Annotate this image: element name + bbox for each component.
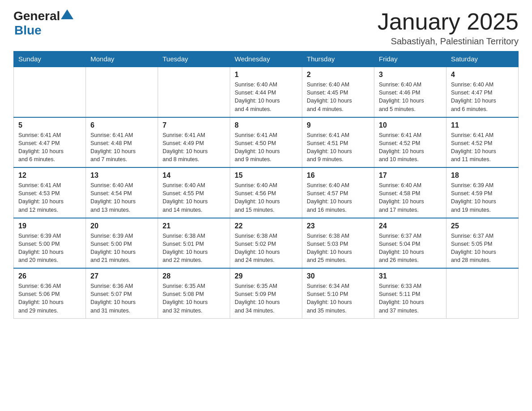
calendar-cell: 17Sunrise: 6:40 AM Sunset: 4:58 PM Dayli… [374, 167, 446, 218]
day-number: 11 [451, 121, 514, 129]
day-info: Sunrise: 6:33 AM Sunset: 5:11 PM Dayligh… [379, 282, 442, 315]
day-info: Sunrise: 6:40 AM Sunset: 4:47 PM Dayligh… [451, 81, 514, 113]
calendar-cell: 26Sunrise: 6:36 AM Sunset: 5:06 PM Dayli… [14, 268, 86, 318]
day-number: 19 [18, 222, 81, 230]
day-info: Sunrise: 6:34 AM Sunset: 5:10 PM Dayligh… [307, 282, 369, 315]
day-number: 12 [18, 171, 81, 180]
calendar-cell [86, 67, 158, 117]
day-info: Sunrise: 6:41 AM Sunset: 4:49 PM Dayligh… [163, 131, 225, 164]
calendar-cell: 4Sunrise: 6:40 AM Sunset: 4:47 PM Daylig… [446, 67, 519, 117]
calendar-table: SundayMondayTuesdayWednesdayThursdayFrid… [13, 51, 519, 319]
day-info: Sunrise: 6:41 AM Sunset: 4:51 PM Dayligh… [307, 131, 369, 164]
day-info: Sunrise: 6:40 AM Sunset: 4:58 PM Dayligh… [379, 181, 442, 214]
calendar-cell: 28Sunrise: 6:35 AM Sunset: 5:08 PM Dayli… [158, 268, 230, 318]
calendar-cell: 8Sunrise: 6:41 AM Sunset: 4:50 PM Daylig… [230, 117, 302, 168]
calendar-cell: 25Sunrise: 6:37 AM Sunset: 5:05 PM Dayli… [446, 218, 519, 269]
day-info: Sunrise: 6:41 AM Sunset: 4:52 PM Dayligh… [451, 131, 514, 164]
calendar-cell: 29Sunrise: 6:35 AM Sunset: 5:09 PM Dayli… [230, 268, 302, 318]
calendar-body: 1Sunrise: 6:40 AM Sunset: 4:44 PM Daylig… [14, 67, 519, 318]
day-number: 22 [235, 222, 297, 230]
calendar-cell: 6Sunrise: 6:41 AM Sunset: 4:48 PM Daylig… [86, 117, 158, 168]
calendar-cell: 5Sunrise: 6:41 AM Sunset: 4:47 PM Daylig… [14, 117, 86, 168]
day-number: 4 [451, 71, 514, 79]
day-number: 10 [379, 121, 442, 129]
calendar-cell: 3Sunrise: 6:40 AM Sunset: 4:46 PM Daylig… [374, 67, 446, 117]
day-info: Sunrise: 6:41 AM Sunset: 4:50 PM Dayligh… [235, 131, 297, 164]
day-number: 29 [235, 272, 297, 280]
calendar-cell [158, 67, 230, 117]
calendar-cell: 18Sunrise: 6:39 AM Sunset: 4:59 PM Dayli… [446, 167, 519, 218]
day-info: Sunrise: 6:40 AM Sunset: 4:57 PM Dayligh… [307, 181, 369, 214]
calendar-cell: 23Sunrise: 6:38 AM Sunset: 5:03 PM Dayli… [302, 218, 374, 269]
day-number: 18 [451, 171, 514, 180]
calendar-cell: 24Sunrise: 6:37 AM Sunset: 5:04 PM Dayli… [374, 218, 446, 269]
day-info: Sunrise: 6:40 AM Sunset: 4:44 PM Dayligh… [235, 81, 297, 113]
header-monday: Monday [86, 51, 158, 67]
day-number: 30 [307, 272, 369, 280]
day-number: 8 [235, 121, 297, 129]
day-number: 20 [90, 222, 153, 230]
day-info: Sunrise: 6:35 AM Sunset: 5:09 PM Dayligh… [235, 282, 297, 315]
day-info: Sunrise: 6:40 AM Sunset: 4:45 PM Dayligh… [307, 81, 369, 113]
day-info: Sunrise: 6:36 AM Sunset: 5:06 PM Dayligh… [18, 282, 81, 315]
day-info: Sunrise: 6:39 AM Sunset: 4:59 PM Dayligh… [451, 181, 514, 214]
header-thursday: Thursday [302, 51, 374, 67]
title-block: January 2025 Sabastiyah, Palestinian Ter… [378, 9, 519, 47]
calendar-cell [446, 268, 519, 318]
day-number: 28 [163, 272, 225, 280]
calendar-cell: 12Sunrise: 6:41 AM Sunset: 4:53 PM Dayli… [14, 167, 86, 218]
day-info: Sunrise: 6:40 AM Sunset: 4:56 PM Dayligh… [235, 181, 297, 214]
day-info: Sunrise: 6:39 AM Sunset: 5:00 PM Dayligh… [90, 232, 153, 265]
calendar-cell: 7Sunrise: 6:41 AM Sunset: 4:49 PM Daylig… [158, 117, 230, 168]
logo: General Blue [13, 9, 73, 38]
day-number: 3 [379, 71, 442, 79]
calendar-cell: 11Sunrise: 6:41 AM Sunset: 4:52 PM Dayli… [446, 117, 519, 168]
day-number: 7 [163, 121, 225, 129]
day-info: Sunrise: 6:35 AM Sunset: 5:08 PM Dayligh… [163, 282, 225, 315]
calendar-cell: 9Sunrise: 6:41 AM Sunset: 4:51 PM Daylig… [302, 117, 374, 168]
day-number: 14 [163, 171, 225, 180]
day-info: Sunrise: 6:38 AM Sunset: 5:01 PM Dayligh… [163, 232, 225, 265]
day-headers-row: SundayMondayTuesdayWednesdayThursdayFrid… [14, 51, 519, 67]
day-info: Sunrise: 6:40 AM Sunset: 4:54 PM Dayligh… [90, 181, 153, 214]
week-row-3: 12Sunrise: 6:41 AM Sunset: 4:53 PM Dayli… [14, 167, 519, 218]
calendar-subtitle: Sabastiyah, Palestinian Territory [378, 36, 519, 47]
page-header: General Blue January 2025 Sabastiyah, Pa… [13, 9, 519, 47]
logo-general-text: General [13, 9, 60, 23]
header-sunday: Sunday [14, 51, 86, 67]
day-number: 6 [90, 121, 153, 129]
day-number: 31 [379, 272, 442, 280]
calendar-cell: 14Sunrise: 6:40 AM Sunset: 4:55 PM Dayli… [158, 167, 230, 218]
calendar-cell: 21Sunrise: 6:38 AM Sunset: 5:01 PM Dayli… [158, 218, 230, 269]
header-tuesday: Tuesday [158, 51, 230, 67]
day-number: 27 [90, 272, 153, 280]
calendar-cell: 31Sunrise: 6:33 AM Sunset: 5:11 PM Dayli… [374, 268, 446, 318]
day-number: 24 [379, 222, 442, 230]
day-number: 21 [163, 222, 225, 230]
day-info: Sunrise: 6:36 AM Sunset: 5:07 PM Dayligh… [90, 282, 153, 315]
day-info: Sunrise: 6:38 AM Sunset: 5:02 PM Dayligh… [235, 232, 297, 265]
logo-triangle-icon [61, 9, 73, 19]
header-saturday: Saturday [446, 51, 519, 67]
logo-blue-text: Blue [14, 23, 42, 38]
day-number: 15 [235, 171, 297, 180]
calendar-header: SundayMondayTuesdayWednesdayThursdayFrid… [14, 51, 519, 67]
calendar-cell: 20Sunrise: 6:39 AM Sunset: 5:00 PM Dayli… [86, 218, 158, 269]
day-info: Sunrise: 6:37 AM Sunset: 5:04 PM Dayligh… [379, 232, 442, 265]
day-number: 23 [307, 222, 369, 230]
day-number: 17 [379, 171, 442, 180]
calendar-cell: 22Sunrise: 6:38 AM Sunset: 5:02 PM Dayli… [230, 218, 302, 269]
header-friday: Friday [374, 51, 446, 67]
day-number: 13 [90, 171, 153, 180]
day-number: 5 [18, 121, 81, 129]
calendar-cell: 13Sunrise: 6:40 AM Sunset: 4:54 PM Dayli… [86, 167, 158, 218]
calendar-cell: 30Sunrise: 6:34 AM Sunset: 5:10 PM Dayli… [302, 268, 374, 318]
week-row-4: 19Sunrise: 6:39 AM Sunset: 5:00 PM Dayli… [14, 218, 519, 269]
week-row-1: 1Sunrise: 6:40 AM Sunset: 4:44 PM Daylig… [14, 67, 519, 117]
calendar-cell: 1Sunrise: 6:40 AM Sunset: 4:44 PM Daylig… [230, 67, 302, 117]
day-info: Sunrise: 6:41 AM Sunset: 4:47 PM Dayligh… [18, 131, 81, 164]
day-info: Sunrise: 6:41 AM Sunset: 4:52 PM Dayligh… [379, 131, 442, 164]
week-row-5: 26Sunrise: 6:36 AM Sunset: 5:06 PM Dayli… [14, 268, 519, 318]
day-info: Sunrise: 6:38 AM Sunset: 5:03 PM Dayligh… [307, 232, 369, 265]
day-info: Sunrise: 6:40 AM Sunset: 4:46 PM Dayligh… [379, 81, 442, 113]
